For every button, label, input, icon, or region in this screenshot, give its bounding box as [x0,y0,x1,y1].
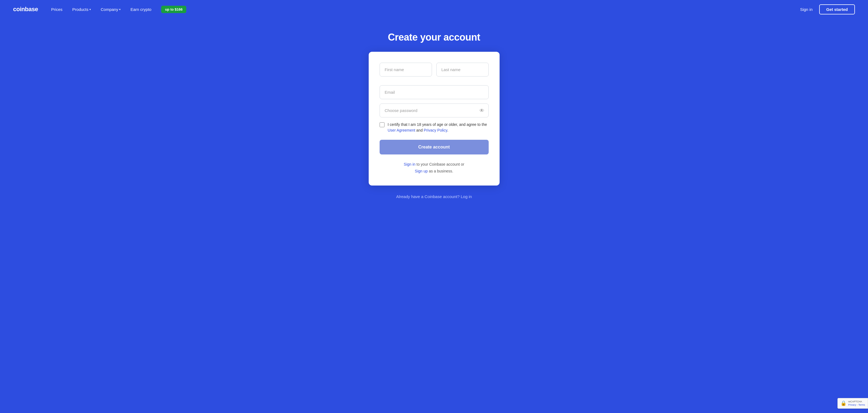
privacy-policy-link[interactable]: Privacy Policy [424,128,447,132]
logo[interactable]: coinbase [13,6,38,13]
recaptcha-logo: 🔒 [840,400,846,406]
sign-in-link[interactable]: Sign in [404,162,415,167]
recaptcha-text: reCAPTCHA Privacy - Terms [848,400,865,407]
earn-badge[interactable]: up to $166 [161,6,186,13]
nav-links: Prices Products ▾ Company ▾ Earn crypto … [51,6,800,13]
terms-checkbox-row: I certify that I am 18 years of age or o… [380,122,489,133]
recaptcha-badge: 🔒 reCAPTCHA Privacy - Terms [837,398,868,409]
last-name-input[interactable] [436,63,489,76]
password-visibility-toggle[interactable]: 👁 [479,108,484,113]
nav-company[interactable]: Company ▾ [101,7,121,12]
terms-label: I certify that I am 18 years of age or o… [388,122,489,133]
nav-earn-crypto[interactable]: Earn crypto [130,7,151,12]
email-field [380,85,489,99]
password-input[interactable] [380,104,489,117]
nav-right: Sign in Get started [800,4,855,14]
nav-prices[interactable]: Prices [51,7,62,12]
main-content: Create your account 👁 I certify that I a… [0,19,868,212]
first-name-field [380,63,432,76]
terms-checkbox[interactable] [380,122,384,127]
first-name-input[interactable] [380,63,432,76]
chevron-down-icon: ▾ [89,8,91,11]
email-input[interactable] [380,85,489,99]
signup-form-card: 👁 I certify that I am 18 years of age or… [369,52,500,185]
bottom-links: Sign in to your Coinbase account or Sign… [380,161,489,175]
page-title: Create your account [388,32,480,43]
already-have-account: Already have a Coinbase account? Log in [396,194,472,199]
name-row [380,63,489,81]
last-name-field [436,63,489,76]
get-started-button[interactable]: Get started [819,4,855,14]
sign-in-row: Sign in to your Coinbase account or [380,161,489,168]
sign-up-link[interactable]: Sign up [415,169,428,173]
sign-in-nav-link[interactable]: Sign in [800,7,813,12]
password-field: 👁 [380,104,489,117]
chevron-down-icon: ▾ [119,8,121,11]
user-agreement-link[interactable]: User Agreement [388,128,415,132]
nav-products[interactable]: Products ▾ [72,7,91,12]
sign-up-row: Sign up as a business. [380,168,489,175]
create-account-button[interactable]: Create account [380,140,489,154]
navbar: coinbase Prices Products ▾ Company ▾ Ear… [0,0,868,19]
